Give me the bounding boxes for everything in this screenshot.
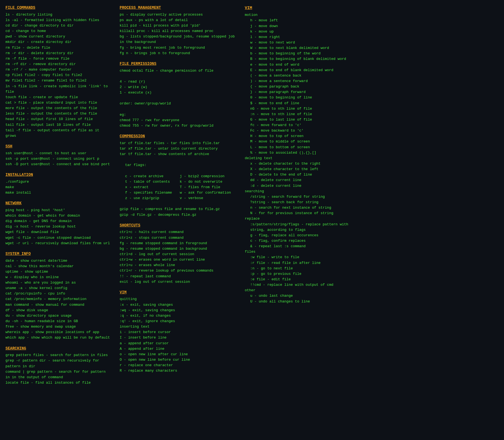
list-item: h - move left <box>245 18 499 23</box>
list-item: :x - exit, saving changes <box>120 302 237 308</box>
column-3: VIM motionh - move leftj - move downk - … <box>245 5 499 386</box>
system-info-title: SYSTEM INFO <box>5 251 112 257</box>
list-item: o - open new line after cur line <box>120 352 237 357</box>
list-item: cp file1 file2 - copy file1 to file2 <box>5 72 112 78</box>
vim2-content: quitting :x - exit, saving changes :wq -… <box>120 296 237 374</box>
list-item: ssh -D port user@host - connect and use … <box>5 162 112 167</box>
list-item: cat > file - place standard input into f… <box>5 100 112 106</box>
compression-title: COMPRESSION <box>120 133 237 139</box>
list-item: !!cmd - replace line with output of cmd <box>245 282 499 288</box>
list-item: D - delete to the end of line <box>245 172 499 177</box>
list-item: L - move to bottom of screen <box>245 145 499 150</box>
flag-row: f - specifies filenamew - ask for confir… <box>120 190 237 196</box>
tar-flags-label: tar flags: <box>120 162 237 168</box>
list-item: gzip -d file.gz - decompress file.gz <box>120 212 237 218</box>
list-item: chmod 755 - rw for owner, rx for group/w… <box>120 123 237 129</box>
list-item: cat /proc/meminfo - memory information <box>5 296 112 302</box>
list-item: :q! - exit, ignore changes <box>120 319 237 324</box>
list-item: :d - delete current line <box>245 183 499 189</box>
process-mgmt-list: ps - display currently active processesp… <box>120 12 237 56</box>
list-item: string, according to flags <box>245 227 499 233</box>
list-item: rm -rf / - make computer faster <box>5 67 112 72</box>
column-1: FILE COMMANDS ls - directory listingls -… <box>5 5 112 386</box>
list-item: tail -f file - output contents of file a… <box>5 128 112 139</box>
list-item: :w file - write to file <box>245 255 499 260</box>
list-item: free - show memory and swap usage <box>5 324 112 330</box>
list-item: rm -f file - force remove file <box>5 56 112 62</box>
list-item: killall proc - kill all processes named … <box>120 28 237 34</box>
list-item: grep -r pattern dir - search recursively… <box>5 358 112 363</box>
list-item: A - append after line <box>120 346 237 352</box>
list-item: command | grep pattern - search for for … <box>5 369 112 375</box>
list-item: w - display who is online <box>5 275 112 280</box>
list-item: du -sh - human readable size in GB <box>5 319 112 324</box>
list-item: dig -x host - reverse lookup host <box>5 224 112 229</box>
list-item: :e file - edit file <box>245 277 499 282</box>
list-item: :p - go to previous file <box>245 271 499 277</box>
list-item: ctrl+r - reverse lookup of previous comm… <box>120 268 237 273</box>
list-item: chmod 777 - rwx for everyone <box>120 118 237 123</box>
list-item: bg - lists stopped/background jobs, resu… <box>120 34 237 39</box>
list-item: tail file - output last 10 lines of file <box>5 122 112 128</box>
list-item: ps - display currently active processes <box>120 12 237 18</box>
column-2: PROCESS MANAGEMENT ps - display currentl… <box>120 5 237 386</box>
list-item <box>120 106 237 112</box>
list-item: ssh user@host - connet to host as user <box>5 151 112 156</box>
list-item: ls - directory listing <box>5 12 112 18</box>
list-item: k - move up <box>245 29 499 34</box>
list-item: :r file - read file in after line <box>245 260 499 266</box>
list-item: H - move to top of screen <box>245 133 499 139</box>
list-item: ping host - ping host 'host' <box>5 208 112 213</box>
list-item: dd - delete current line <box>245 177 499 183</box>
list-item: g - flag, replace all occurences <box>245 233 499 238</box>
list-item <box>120 74 237 79</box>
list-item: ls -al - formatted listing with hidden f… <box>5 18 112 23</box>
shortcuts-list: ctrl+c - halts current commandctrl+z - s… <box>120 229 237 284</box>
vim-title: VIM <box>245 5 499 11</box>
searching-title: SEARCHING <box>5 346 112 352</box>
list-item: wget -c file - continue stopped download <box>5 235 112 241</box>
list-item: cd dir - change directory to dir <box>5 23 112 28</box>
ssh-list: ssh user@host - connet to host as userss… <box>5 151 112 167</box>
list-item: cd - change to home <box>5 28 112 34</box>
list-item: M - move to middle of screen <box>245 139 499 144</box>
list-item: less file - output the contents of the f… <box>5 111 112 116</box>
list-item: df - show disk usage <box>5 308 112 313</box>
list-item: grep pattern files - search for pattern … <box>5 352 112 358</box>
list-item: ?string - search back for string <box>245 200 499 205</box>
list-item: uname -a - show kernel config <box>5 285 112 291</box>
list-item: 4 - read (r) <box>120 79 237 84</box>
list-item: } - move paragraph forward <box>245 89 499 95</box>
list-item: :wq - exit, saving changes <box>120 308 237 313</box>
list-item: ctrl+z - stops current command <box>120 235 237 241</box>
list-item: e - move to end of word <box>245 62 499 68</box>
list-item: ssh -p port user@host - connect using po… <box>5 156 112 162</box>
list-item: r - replace one character <box>120 363 237 368</box>
list-item: eg: <box>120 112 237 118</box>
list-item: fc - move forward to 'c' <box>245 123 499 128</box>
section-label: replace <box>245 216 499 222</box>
list-item: ctrl+d - log out of current session <box>120 252 237 257</box>
list-item: ( - move a sentence back <box>245 73 499 78</box>
list-item: du - show directory space usage <box>5 313 112 319</box>
list-item: locate file - find all instances of file <box>5 380 112 386</box>
list-item: 0 - move to beginning of line <box>245 95 499 100</box>
list-item: O - open new line before cur line <box>120 357 237 363</box>
list-item: Fc - move backward to 'c' <box>245 128 499 133</box>
list-item: fg - bring most recent job to foreground <box>120 45 237 51</box>
list-item: pattern in dir <box>5 364 112 369</box>
process-mgmt-title: PROCESS MANAGEMENT <box>120 5 237 11</box>
list-item: j - move down <box>245 24 499 29</box>
list-item: !! - repeat last command <box>120 274 237 279</box>
list-item: E - move to end of blank delimited word <box>245 68 499 73</box>
flag-row: z - use zip/gzipv - verbose <box>120 196 237 201</box>
list-item: gzip file - compress file and rename to … <box>120 206 237 212</box>
list-item: I - insert before line <box>120 335 237 340</box>
list-item: ./configure <box>5 179 112 185</box>
main-layout: FILE COMMANDS ls - directory listingls -… <box>5 5 499 386</box>
file-permissions-title: FILE PERMISSIONS <box>120 61 237 67</box>
section-label: files <box>245 249 499 255</box>
list-item: :s/pattern/string/flags - replace patter… <box>245 222 499 227</box>
list-item: i - insert before cursor <box>120 330 237 335</box>
list-item: % - move to associated (),{},[]​ <box>245 150 499 156</box>
